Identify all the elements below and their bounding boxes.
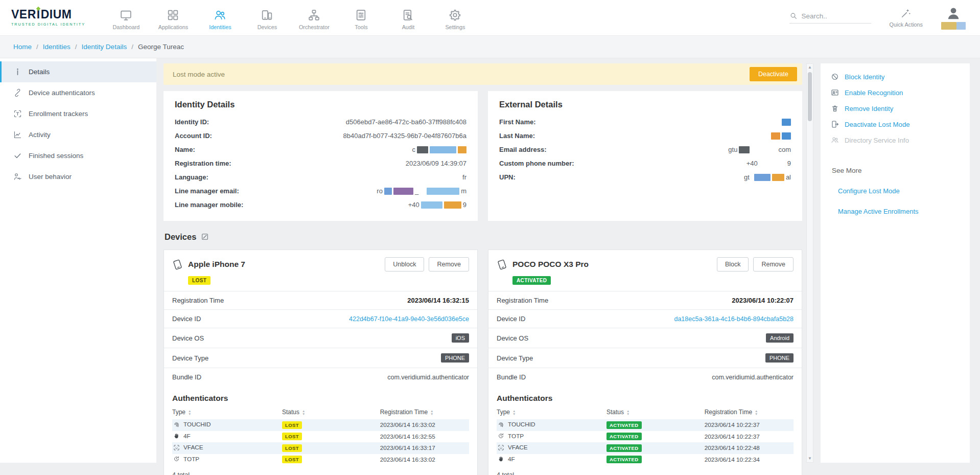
fingerprint-icon [498,421,504,428]
left-sidebar: DetailsDevice authenticatorsEnrollment t… [0,58,156,463]
sort-icon: ▲▼ [512,410,516,415]
column-header-status[interactable]: Status▲▼ [606,408,705,419]
column-header-registration-time[interactable]: Registration Time▲▼ [705,408,794,419]
breadcrumb-separator: / [75,43,77,51]
see-more-link-configure-lost-mode[interactable]: Configure Lost Mode [838,187,960,195]
authenticator-row[interactable]: TOTPACTIVATED2023/06/14 10:22:37 [497,431,794,443]
device-name: Apple iPhone 7 [188,260,385,269]
field-value: +409 [408,201,466,209]
nav-item-devices[interactable]: Devices [244,6,291,30]
sidebar-item-activity[interactable]: Activity [0,124,156,145]
authenticator-row[interactable]: VFACELOST2023/06/14 16:33:17 [172,442,469,454]
field-label: Account ID: [175,132,212,140]
settings-icon [449,9,461,21]
nav-item-settings[interactable]: Settings [432,6,479,30]
device-id-link[interactable]: 422d4b67-f10e-41a9-9e40-3e56d036e5ce [349,315,469,323]
field-label: Custom phone number: [499,160,574,167]
nav-item-audit[interactable]: Audit [385,6,432,30]
field-label: Name: [175,146,195,153]
face-icon [173,444,180,451]
quick-actions-button[interactable]: Quick Actions [890,8,923,28]
field-value: 2023/06/09 14:39:07 [406,160,466,167]
column-header-label: Type [497,409,510,416]
field-value-text: ro [377,187,383,195]
device-field-row: Registration Time2023/06/14 16:32:15 [164,291,477,309]
remove-device-button[interactable]: Remove [753,257,794,272]
sidebar-item-device-authenticators[interactable]: Device authenticators [0,82,156,103]
authenticator-status-badge: ACTIVATED [606,433,642,440]
authenticator-row[interactable]: 4FLOST2023/06/14 16:32:55 [172,431,469,443]
authenticator-row[interactable]: TOUCHIDACTIVATED2023/06/14 10:22:37 [497,419,794,431]
nav-item-identities[interactable]: Identities [197,6,244,30]
authenticator-time: 2023/06/14 16:33:17 [380,442,469,454]
column-header-status[interactable]: Status▲▼ [282,408,380,419]
authenticator-type: 4F [183,433,191,440]
recognition-icon [831,88,839,97]
actions-list: Block IdentityEnable RecognitionRemove I… [831,73,960,144]
breadcrumb-item-home[interactable]: Home [13,43,32,51]
sidebar-item-details[interactable]: Details [0,61,156,82]
user-menu[interactable] [941,6,966,30]
device-id-link[interactable]: da18ec5a-361a-4c16-b4b6-894cbafa5b28 [674,315,794,323]
action-enable-recognition[interactable]: Enable Recognition [831,88,960,97]
action-label: Deactivate Lost Mode [845,121,910,128]
sidebar-item-enrollment-trackers[interactable]: Enrollment trackers [0,103,156,124]
redaction-block [772,174,784,181]
authenticator-type-cell: 4F [172,433,191,440]
see-more-link-manage-active-enrollments[interactable]: Manage Active Enrollments [838,208,960,215]
nav-item-dashboard[interactable]: Dashboard [103,6,150,30]
breadcrumb-item-identity-details[interactable]: Identity Details [82,43,127,51]
action-deactivate-lost-mode[interactable]: Deactivate Lost Mode [831,120,960,128]
authenticator-row[interactable]: VFACEACTIVATED2023/06/14 10:22:48 [497,442,794,454]
scroll-up-arrow[interactable]: ▲ [808,64,812,71]
deactivate-button[interactable]: Deactivate [750,67,797,81]
redaction-gap [759,163,786,164]
sort-icon: ▲▼ [302,410,305,415]
search-box[interactable] [789,12,871,24]
scroll-down-arrow[interactable]: ▼ [808,455,812,462]
authenticators-total: 4 total [488,465,802,475]
device-card: Apple iPhone 7UnblockRemoveLOSTRegistrat… [164,250,478,475]
column-header-label: Status [606,409,624,416]
unblock-device-button[interactable]: Unblock [385,257,424,272]
authenticators-table: Type▲▼Status▲▼Registration Time▲▼TOUCHID… [497,408,794,465]
info-icon [13,67,22,76]
authenticator-time: 2023/06/14 10:22:37 [705,431,794,443]
nav-item-applications[interactable]: Applications [150,6,197,30]
device-status-badge: ACTIVATED [512,276,551,285]
breadcrumb-item-identities[interactable]: Identities [43,43,71,51]
nav-item-orchestrator[interactable]: Orchestrator [291,6,338,30]
sidebar-item-user-behavior[interactable]: User behavior [0,166,156,187]
device-field-value: 2023/06/14 10:22:07 [732,297,794,304]
action-remove-identity[interactable]: Remove Identity [831,104,960,112]
field-value [782,119,791,126]
column-header-registration-time[interactable]: Registration Time▲▼ [380,408,469,419]
block-device-button[interactable]: Block [717,257,749,272]
action-block-identity[interactable]: Block Identity [831,73,960,81]
authenticator-row[interactable]: TOTPLOST2023/06/14 16:33:02 [172,454,469,466]
main-scrollbar[interactable]: ▲ ▼ [806,63,813,463]
column-header-type[interactable]: Type▲▼ [172,408,282,419]
brand-name: VERIDIUM [11,9,85,20]
devices-action-icon[interactable] [201,233,209,241]
search-input[interactable] [802,12,871,20]
device-field-label: Device ID [497,315,525,323]
scroll-thumb[interactable] [808,72,812,121]
field-value-text: m [461,187,466,195]
veridium-logo[interactable]: VERIDIUM TRUSTED DIGITAL IDENTITY [11,9,85,27]
brand-tagline: TRUSTED DIGITAL IDENTITY [11,22,85,27]
nav-item-tools[interactable]: Tools [338,6,385,30]
see-more-title: See More [832,167,960,174]
column-header-type[interactable]: Type▲▼ [497,408,606,419]
main-content: Lost mode active Deactivate Identity Det… [156,58,806,475]
nav-item-label: Settings [445,24,465,30]
authenticator-time: 2023/06/14 16:33:02 [380,454,469,466]
sidebar-item-finished-sessions[interactable]: Finished sessions [0,145,156,166]
sidebar-item-label: Activity [29,131,51,139]
authenticator-row[interactable]: TOUCHIDLOST2023/06/14 16:33:02 [172,419,469,431]
authenticator-type: 4F [508,456,515,463]
devices-title-text: Devices [165,232,196,242]
remove-device-button[interactable]: Remove [429,257,469,272]
authenticator-row[interactable]: 4FACTIVATED2023/06/14 10:22:34 [497,454,794,466]
redaction-block [427,188,459,195]
